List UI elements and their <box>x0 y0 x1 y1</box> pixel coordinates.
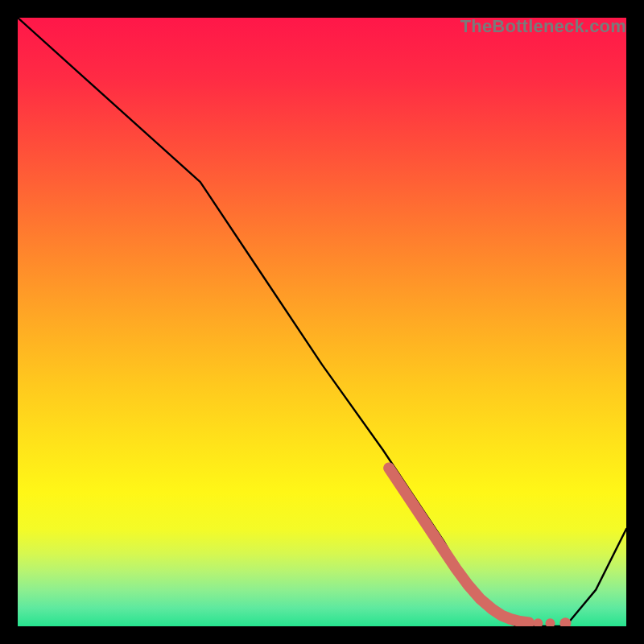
gradient-background <box>18 18 626 626</box>
gradient-line-chart <box>18 18 626 626</box>
highlight-dots <box>533 617 571 626</box>
watermark-text: TheBottleneck.com <box>460 16 626 37</box>
chart-frame: TheBottleneck.com <box>18 18 626 626</box>
